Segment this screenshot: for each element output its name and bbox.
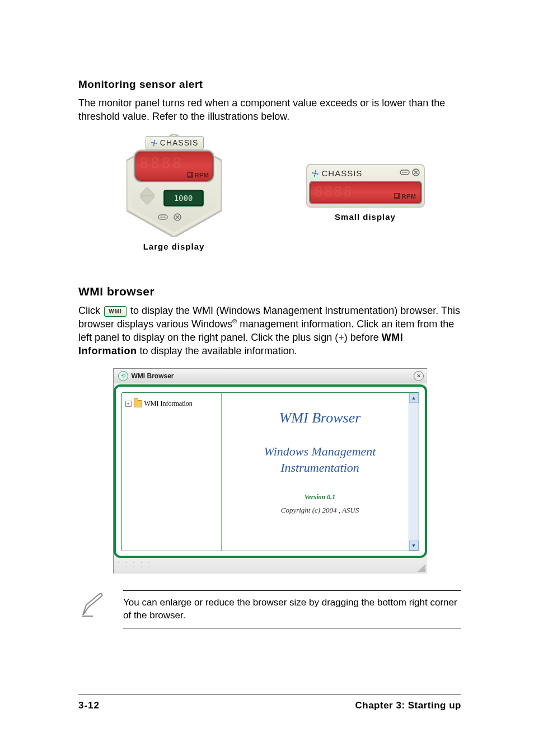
settings-icon[interactable] [400,168,410,179]
scroll-down-icon[interactable]: ▼ [409,541,419,551]
threshold-down-button[interactable] [140,196,154,204]
large-gauge-red-display: 8888 RPM [135,152,213,181]
wmi-version: Version 0.1 [305,493,335,501]
svg-point-2 [153,142,155,144]
page-footer: 3-12 Chapter 3: Starting up [78,694,461,711]
folder-icon [134,400,142,407]
text-fragment: to display the available information. [137,345,297,356]
page-number: 3-12 [78,700,100,711]
wmi-window-title: WMI Browser [132,372,174,380]
large-display-figure: CHASSIS 8888 RPM [115,134,233,251]
chapter-label: Chapter 3: Starting up [355,700,461,711]
text-fragment: Click [78,305,103,316]
note-pencil-icon [78,590,106,621]
heading-monitoring: Monitoring sensor alert [78,78,461,91]
heading-wmi-browser: WMI browser [78,285,461,298]
svg-point-8 [314,172,316,175]
gauge-figure-row: CHASSIS 8888 RPM [78,134,461,251]
scroll-up-icon[interactable]: ▲ [409,393,419,403]
registered-symbol: ® [232,318,237,325]
seven-seg-placeholder: 8888 [140,155,184,172]
large-gauge-title: CHASSIS [160,138,198,147]
close-icon[interactable]: ✕ [414,371,424,381]
close-icon[interactable] [172,213,182,221]
note-text: You can enlarge or reduce the browser si… [123,590,461,628]
wmi-content-subtitle: Windows Management Instrumentation [227,443,413,476]
wmi-titlebar: ⟲ WMI Browser ✕ [114,369,427,383]
small-display-figure: CHASSIS 8888 RPM [306,164,425,222]
paragraph-monitoring: The monitor panel turns red when a compo… [78,96,461,124]
paragraph-wmi: Click WMI to display the WMI (Windows Ma… [78,304,461,358]
tree-root-label: WMI Information [144,400,193,408]
seven-seg-placeholder: 8888 [315,184,354,200]
tree-root-node[interactable]: + WMI Information [125,400,218,408]
wmi-content-panel: WMI Browser Windows Management Instrumen… [222,393,419,551]
threshold-up-button[interactable] [140,187,154,195]
wmi-content-title: WMI Browser [279,410,361,426]
resize-grip[interactable]: · · · · ·· · · · · [114,558,427,574]
app-icon: ⟲ [118,371,128,381]
rpm-box-icon [394,193,400,199]
small-gauge-title: CHASSIS [322,168,363,178]
settings-icon[interactable] [158,213,168,221]
scrollbar[interactable]: ▲ ▼ [409,393,419,551]
small-gauge-rpm-label: RPM [402,193,416,200]
fan-icon [151,139,158,146]
large-display-caption: Large display [115,242,233,251]
wmi-tree-panel: + WMI Information [122,393,222,551]
tree-expand-icon[interactable]: + [125,401,132,407]
small-display-caption: Small display [335,212,396,222]
large-gauge-rpm-label: RPM [195,172,209,179]
rpm-box-icon [187,172,193,178]
threshold-value: 1000 [163,190,204,206]
small-gauge-red-display: 8888 RPM [310,182,421,203]
large-gauge-title-bar: CHASSIS [146,136,204,149]
wmi-browser-window: ⟲ WMI Browser ✕ + WMI Information WMI Br… [113,368,427,574]
wmi-toolbar-button[interactable]: WMI [104,306,127,317]
note-block: You can enlarge or reduce the browser si… [78,590,461,628]
wmi-copyright: Copyright (c) 2004 , ASUS [281,506,359,515]
close-icon[interactable] [412,168,420,179]
fan-icon [311,170,319,177]
